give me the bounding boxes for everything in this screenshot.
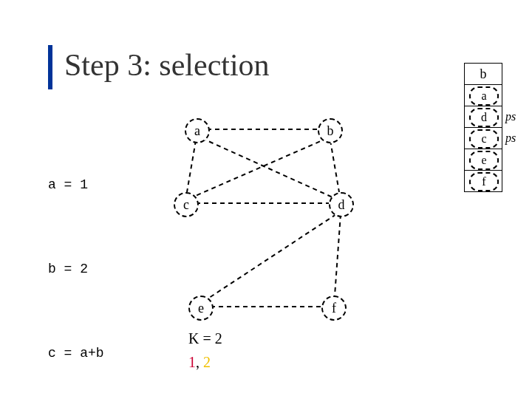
graph-node-e: e bbox=[188, 296, 214, 321]
stack-row: a bbox=[464, 84, 502, 106]
stack-row: e bbox=[464, 149, 502, 170]
stack-row: f bbox=[464, 170, 502, 192]
graph-node-d: d bbox=[329, 192, 354, 217]
stack-node: e bbox=[469, 151, 499, 170]
svg-line-6 bbox=[207, 214, 336, 299]
color-1: 1 bbox=[188, 354, 196, 370]
graph-node-b: b bbox=[318, 118, 343, 143]
stack-tag: ps bbox=[505, 106, 516, 127]
def-line: b = 2 bbox=[48, 255, 104, 283]
stack-node: d bbox=[469, 108, 499, 127]
title-accent-bar bbox=[48, 45, 52, 89]
stack-tag: ps bbox=[505, 128, 516, 149]
svg-line-4 bbox=[330, 140, 339, 192]
color-2: 2 bbox=[203, 354, 211, 370]
graph-node-f: f bbox=[321, 296, 347, 321]
color-separator: , bbox=[196, 354, 203, 370]
def-line: c = a+b bbox=[48, 339, 104, 367]
definitions-list: a = 1 b = 2 c = a+b d = a+c e = a+b f = … bbox=[48, 115, 104, 399]
stack-node: a bbox=[469, 86, 499, 106]
graph-node-a: a bbox=[185, 118, 210, 143]
stack-node: f bbox=[469, 172, 499, 191]
svg-line-1 bbox=[187, 140, 196, 192]
graph-node-c: c bbox=[174, 192, 199, 217]
color-list: 1, 2 bbox=[188, 354, 211, 371]
interference-graph: a b c d e f bbox=[166, 107, 381, 344]
svg-line-3 bbox=[192, 138, 327, 197]
slide-root: Step 3: selection a = 1 b = 2 c = a+b d … bbox=[0, 0, 532, 399]
select-stack: b a d ps c ps e f bbox=[464, 63, 502, 192]
svg-line-2 bbox=[202, 138, 332, 197]
slide-title: Step 3: selection bbox=[64, 49, 270, 81]
stack-row: d ps bbox=[464, 106, 502, 127]
def-line: a = 1 bbox=[48, 171, 104, 199]
stack-top: b bbox=[464, 63, 502, 84]
stack-row: c ps bbox=[464, 127, 502, 149]
title-group: Step 3: selection bbox=[48, 41, 270, 89]
stack-node: c bbox=[469, 129, 499, 149]
svg-line-7 bbox=[335, 214, 341, 296]
k-value: K = 2 bbox=[188, 330, 222, 347]
